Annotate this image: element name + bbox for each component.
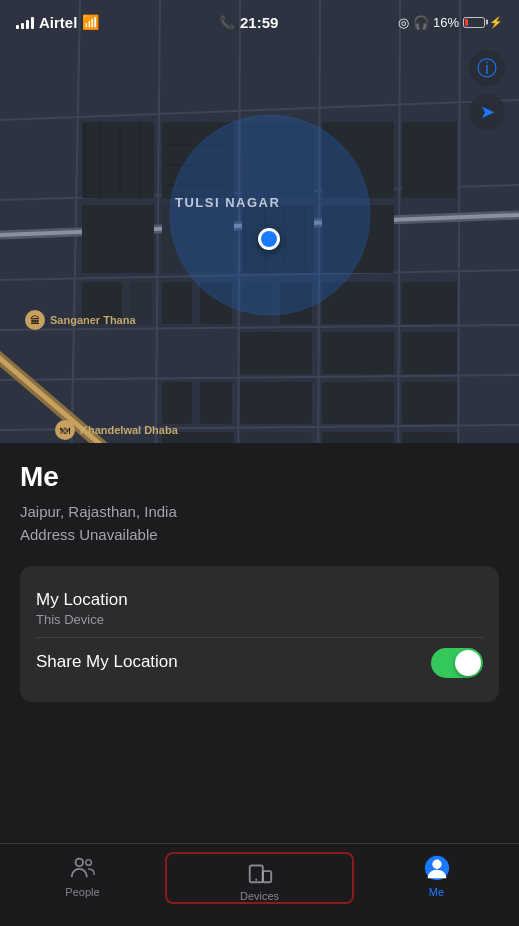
status-time: 📞 21:59 <box>219 14 278 31</box>
me-icon <box>423 854 451 882</box>
svg-point-65 <box>432 860 441 869</box>
location-dot <box>258 228 280 250</box>
address-line1: Jaipur, Rajasthan, India <box>20 501 499 524</box>
location-active-icon: ◎ <box>398 15 409 30</box>
svg-rect-41 <box>322 382 394 424</box>
tab-people-label: People <box>65 886 99 898</box>
status-bar: Airtel 📶 📞 21:59 ◎ 🎧 16% ⚡ <box>0 0 519 44</box>
signal-icon <box>16 15 34 29</box>
poi-sanganer: 🏛 Sanganer Thana <box>25 310 136 330</box>
map-controls: ⓘ ➤ <box>469 50 505 130</box>
svg-point-59 <box>75 859 82 866</box>
poi2-label: Khandelwal Dhaba <box>80 424 178 436</box>
tab-devices[interactable]: Devices <box>165 852 354 904</box>
svg-rect-37 <box>402 332 457 374</box>
my-location-sub: This Device <box>36 612 483 627</box>
svg-point-58 <box>170 115 370 315</box>
charging-icon: ⚡ <box>489 16 503 29</box>
status-carrier: Airtel 📶 <box>16 14 99 31</box>
svg-rect-29 <box>162 282 192 324</box>
people-icon <box>69 854 97 882</box>
svg-rect-18 <box>82 122 154 198</box>
svg-rect-42 <box>402 382 457 424</box>
share-location-toggle[interactable] <box>431 648 483 678</box>
tab-me-label: Me <box>429 886 444 898</box>
sheet-title: Me <box>20 461 499 493</box>
tab-me[interactable]: Me <box>354 854 519 898</box>
share-location-label: Share My Location <box>36 652 178 672</box>
battery-text: 16% <box>433 15 459 30</box>
headphones-icon: 🎧 <box>413 15 429 30</box>
my-location-row: My Location This Device <box>36 580 483 638</box>
address-line2: Address Unavailable <box>20 524 499 547</box>
location-button[interactable]: ➤ <box>469 94 505 130</box>
status-right: ◎ 🎧 16% ⚡ <box>398 15 503 30</box>
svg-rect-36 <box>322 332 394 374</box>
share-location-row: Share My Location <box>36 638 483 688</box>
svg-rect-34 <box>402 282 457 324</box>
svg-rect-38 <box>162 382 192 424</box>
poi1-label: Sanganer Thana <box>50 314 136 326</box>
devices-icon <box>246 858 274 886</box>
svg-rect-23 <box>82 205 154 273</box>
poi-khandelwal: 🍽 Khandelwal Dhaba <box>55 420 178 440</box>
toggle-knob <box>455 650 481 676</box>
svg-rect-35 <box>240 332 312 374</box>
info-button[interactable]: ⓘ <box>469 50 505 86</box>
tab-bar: People Devices Me <box>0 843 519 926</box>
wifi-icon: 📶 <box>82 14 99 30</box>
tab-devices-label: Devices <box>240 890 279 902</box>
svg-rect-39 <box>200 382 232 424</box>
svg-rect-40 <box>240 382 312 424</box>
svg-rect-22 <box>402 122 457 198</box>
sheet-address: Jaipur, Rajasthan, India Address Unavail… <box>20 501 499 546</box>
carrier-text: Airtel <box>39 14 77 31</box>
svg-rect-62 <box>262 871 270 882</box>
navigation-icon: ➤ <box>480 101 495 123</box>
area-label: TULSI NAGAR <box>175 195 280 210</box>
my-location-label: My Location <box>36 590 483 610</box>
tab-people[interactable]: People <box>0 854 165 898</box>
info-card: My Location This Device Share My Locatio… <box>20 566 499 702</box>
battery-icon <box>463 17 485 28</box>
bottom-sheet: Me Jaipur, Rajasthan, India Address Unav… <box>0 443 519 843</box>
svg-point-60 <box>85 860 91 866</box>
